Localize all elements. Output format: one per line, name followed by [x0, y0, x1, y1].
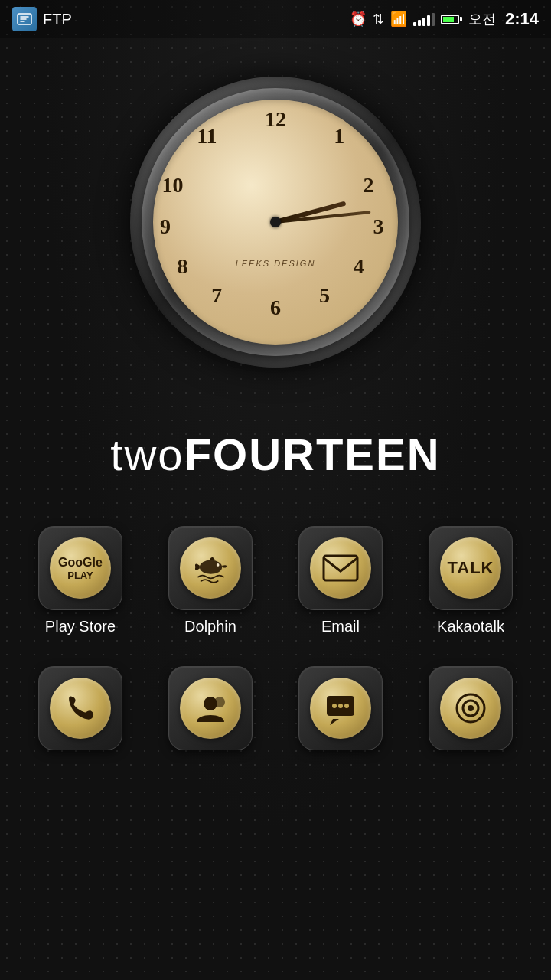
svg-point-2 [216, 564, 219, 567]
contacts-svg-icon [194, 691, 227, 725]
status-left: FTP [12, 7, 72, 31]
dock-row [0, 666, 551, 750]
time-word-two: two [110, 430, 184, 479]
dock-camera[interactable] [429, 666, 513, 750]
dolphin-svg-icon [190, 547, 232, 590]
email-svg-icon [322, 554, 359, 582]
messages-icon-circle [310, 678, 371, 739]
svg-rect-3 [324, 556, 357, 580]
alarm-icon: ⏰ [350, 11, 367, 28]
phone-svg-icon [64, 691, 97, 725]
dock-messages[interactable] [298, 666, 383, 750]
clock-num-3: 3 [373, 214, 383, 239]
clock-num-5: 5 [319, 283, 330, 308]
app-item-play-store[interactable]: GooGle PLAY Play Store [27, 526, 134, 635]
clock-face: 12 1 2 3 4 5 6 7 [153, 100, 398, 345]
app-row-main: GooGle PLAY Play Store [15, 526, 536, 635]
email-label: Email [321, 618, 360, 635]
app-grid: GooGle PLAY Play Store [0, 526, 551, 635]
play-store-icon: GooGle PLAY [50, 537, 111, 599]
clock-num-10: 10 [162, 173, 184, 198]
status-bar: FTP ⏰ ⇅ 📶 오전 2:14 [0, 0, 551, 38]
app-item-kakaotalk[interactable]: TALK Kakaotalk [417, 526, 524, 635]
dolphin-label: Dolphin [184, 618, 236, 635]
camera-svg-icon [454, 691, 487, 725]
email-icon-wrapper[interactable] [298, 526, 383, 610]
kakaotalk-icon-wrapper[interactable]: TALK [429, 526, 513, 610]
svg-point-1 [199, 560, 221, 573]
play-store-icon-wrapper[interactable]: GooGle PLAY [38, 526, 122, 610]
signal-icon [413, 12, 435, 26]
clock-num-7: 7 [211, 283, 222, 308]
clock-bezel: 12 1 2 3 4 5 6 7 [142, 88, 409, 356]
status-time: 2:14 [505, 9, 539, 29]
clock-num-8: 8 [177, 254, 187, 279]
wifi-icon: 📶 [390, 11, 407, 28]
clock-section: 12 1 2 3 4 5 6 7 [0, 38, 551, 368]
time-display: twoFOURTEEN [15, 429, 536, 480]
svg-point-7 [332, 704, 337, 708]
clock-num-9: 9 [160, 214, 171, 239]
status-icons: ⏰ ⇅ 📶 오전 2:14 [350, 9, 539, 29]
play-store-text: GooGle PLAY [58, 555, 103, 582]
email-icon [310, 537, 371, 599]
kakaotalk-icon: TALK [440, 537, 501, 599]
time-period: 오전 [468, 10, 496, 28]
svg-point-5 [214, 697, 225, 707]
sync-icon: ⇅ [373, 11, 384, 28]
svg-point-9 [344, 704, 349, 708]
clock-brand: LEEKS DESIGN [236, 259, 316, 268]
clock-num-1: 1 [334, 124, 344, 149]
svg-point-12 [468, 705, 474, 711]
clock-center-dot [270, 217, 281, 227]
clock-num-11: 11 [197, 124, 217, 149]
messages-svg-icon [324, 691, 357, 725]
kakaotalk-label: Kakaotalk [437, 618, 504, 635]
camera-icon-circle [440, 678, 501, 739]
clock-widget: 12 1 2 3 4 5 6 7 [130, 77, 421, 368]
dolphin-icon [180, 537, 241, 599]
phone-icon-circle [50, 678, 111, 739]
ftp-app-icon [12, 7, 37, 31]
app-item-dolphin[interactable]: Dolphin [157, 526, 264, 635]
time-word-fourteen: FOURTEEN [184, 430, 441, 479]
contacts-icon-circle [180, 678, 241, 739]
app-item-email[interactable]: Email [287, 526, 394, 635]
battery-icon [441, 15, 462, 24]
clock-num-4: 4 [354, 254, 364, 279]
dock-phone[interactable] [38, 666, 122, 750]
clock-num-2: 2 [364, 173, 374, 198]
kakaotalk-text: TALK [447, 558, 494, 578]
svg-point-8 [338, 704, 343, 708]
clock-num-6: 6 [270, 296, 281, 320]
dock-contacts[interactable] [168, 666, 253, 750]
time-text-section: twoFOURTEEN [0, 413, 551, 495]
ftp-label: FTP [43, 11, 72, 28]
dolphin-icon-wrapper[interactable] [168, 526, 253, 610]
play-store-label: Play Store [45, 618, 116, 635]
clock-outer-ring: 12 1 2 3 4 5 6 7 [130, 77, 421, 368]
clock-num-12: 12 [265, 107, 286, 132]
